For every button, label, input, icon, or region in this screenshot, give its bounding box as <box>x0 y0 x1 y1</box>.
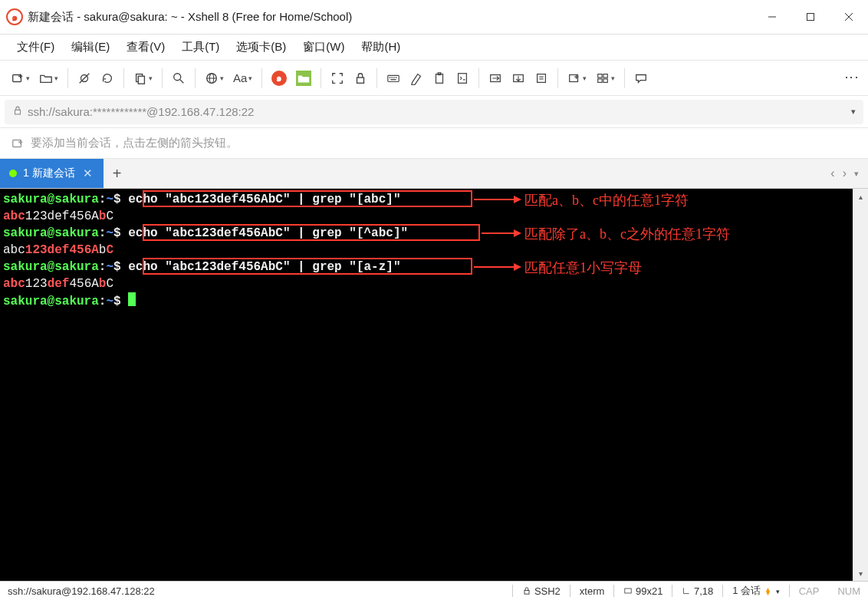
svg-rect-35 <box>598 78 602 82</box>
status-sessions: 1 会话 ⧫ ▾ <box>723 584 788 598</box>
open-session-button[interactable]: ▾ <box>35 66 63 91</box>
scrollbar-track[interactable] <box>853 204 868 565</box>
svg-line-11 <box>180 79 184 83</box>
hint-text: 要添加当前会话，点击左侧的箭头按钮。 <box>31 136 238 150</box>
menu-help[interactable]: 帮助(H) <box>353 37 408 58</box>
xshell-launcher-button[interactable]: ๑ <box>267 66 291 91</box>
status-cursor-pos: 7,18 <box>672 585 722 597</box>
status-size: 99x21 <box>614 585 672 597</box>
new-session-button[interactable]: ▾ <box>6 66 35 91</box>
svg-rect-22 <box>436 74 443 83</box>
add-session-icon[interactable] <box>11 137 25 150</box>
status-termtype: xterm <box>570 585 614 597</box>
address-bar: ssh://sakura:************@192.168.47.128… <box>0 96 868 128</box>
script-button[interactable] <box>451 66 474 91</box>
svg-rect-24 <box>459 73 467 83</box>
menu-bar: 文件(F) 编辑(E) 查看(V) 工具(T) 选项卡(B) 窗口(W) 帮助(… <box>0 35 868 61</box>
terminal[interactable]: sakura@sakura:~$ echo "abc123def456AbC" … <box>0 189 853 581</box>
svg-rect-36 <box>603 78 607 82</box>
clipboard-button[interactable] <box>428 66 451 91</box>
search-button[interactable] <box>167 66 190 91</box>
font-button[interactable]: Aa▾ <box>229 66 257 91</box>
scroll-up-icon[interactable]: ▴ <box>853 189 868 204</box>
lock-icon <box>12 105 23 118</box>
lock-button[interactable] <box>349 66 372 91</box>
tab-session-1[interactable]: 1 新建会话 ✕ <box>0 159 104 188</box>
scroll-down-icon[interactable]: ▾ <box>853 565 868 581</box>
menu-tabs[interactable]: 选项卡(B) <box>229 37 294 58</box>
tab-close-button[interactable]: ✕ <box>81 166 94 180</box>
xftp-launcher-button[interactable] <box>291 66 316 91</box>
menu-view[interactable]: 查看(V) <box>119 37 173 58</box>
reconnect-button[interactable] <box>96 66 119 91</box>
highlight-button[interactable] <box>405 66 428 91</box>
tab-prev-button[interactable]: ‹ <box>830 166 834 180</box>
menu-window[interactable]: 窗口(W) <box>295 37 352 58</box>
tab-next-button[interactable]: › <box>843 166 847 180</box>
terminal-wrapper: sakura@sakura:~$ echo "abc123def456AbC" … <box>0 189 868 581</box>
maximize-button[interactable] <box>791 0 830 35</box>
disconnect-button[interactable] <box>73 66 96 91</box>
new-window-button[interactable]: ▾ <box>563 66 591 91</box>
hint-bar: 要添加当前会话，点击左侧的箭头按钮。 <box>0 128 868 159</box>
svg-point-10 <box>174 73 181 80</box>
svg-rect-27 <box>538 74 546 82</box>
terminal-scrollbar[interactable]: ▴ ▾ <box>853 189 868 581</box>
close-button[interactable] <box>830 0 868 35</box>
transfer-button[interactable] <box>507 66 530 91</box>
properties-button[interactable] <box>530 66 553 91</box>
encoding-button[interactable]: ▾ <box>200 66 229 91</box>
toolbar-overflow-button[interactable]: ⋮ <box>843 71 860 86</box>
tab-bar: 1 新建会话 ✕ + ‹ › ▾ <box>0 159 868 189</box>
svg-rect-16 <box>388 75 399 81</box>
tab-add-button[interactable]: + <box>104 159 131 188</box>
address-dropdown-icon[interactable]: ▾ <box>851 107 856 117</box>
status-capslock: CAP <box>790 585 829 597</box>
terminal-cursor <box>128 292 136 306</box>
menu-tools[interactable]: 工具(T) <box>174 37 227 58</box>
window-title: 新建会话 - sakura@sakura: ~ - Xshell 8 (Free… <box>28 10 352 25</box>
app-logo-icon: ๑ <box>6 8 23 25</box>
tab-list-button[interactable]: ▾ <box>854 169 859 179</box>
svg-rect-38 <box>13 140 21 147</box>
menu-edit[interactable]: 编辑(E) <box>64 37 117 58</box>
address-text: ssh://sakura:************@192.168.47.128… <box>28 105 254 118</box>
keyboard-button[interactable] <box>382 66 405 91</box>
svg-rect-9 <box>138 76 144 84</box>
address-input[interactable]: ssh://sakura:************@192.168.47.128… <box>5 100 863 124</box>
svg-rect-1 <box>807 14 814 21</box>
svg-rect-34 <box>603 74 607 77</box>
menu-file[interactable]: 文件(F) <box>9 37 62 58</box>
layout-button[interactable]: ▾ <box>591 66 620 91</box>
status-connection: ssh://sakura@192.168.47.128:22 <box>8 585 164 597</box>
status-ssh: SSH2 <box>513 585 570 597</box>
svg-rect-42 <box>625 588 631 593</box>
svg-rect-41 <box>524 590 529 594</box>
tunnel-button[interactable] <box>484 66 507 91</box>
status-bar: ssh://sakura@192.168.47.128:22 SSH2 xter… <box>0 581 868 600</box>
svg-rect-37 <box>15 110 21 114</box>
tab-status-indicator-icon <box>9 170 17 177</box>
status-numlock: NUM <box>828 585 860 597</box>
svg-rect-15 <box>357 77 364 83</box>
chat-button[interactable] <box>630 66 653 91</box>
toolbar: ▾ ▾ ▾ ▾ Aa▾ ๑ ▾ ▾ ⋮ <box>0 61 868 96</box>
title-bar: ๑ 新建会话 - sakura@sakura: ~ - Xshell 8 (Fr… <box>0 0 868 35</box>
svg-rect-33 <box>598 74 602 77</box>
fullscreen-button[interactable] <box>326 66 349 91</box>
minimize-button[interactable] <box>753 0 791 35</box>
tab-label: 1 新建会话 <box>23 166 75 180</box>
copy-button[interactable]: ▾ <box>129 66 157 91</box>
